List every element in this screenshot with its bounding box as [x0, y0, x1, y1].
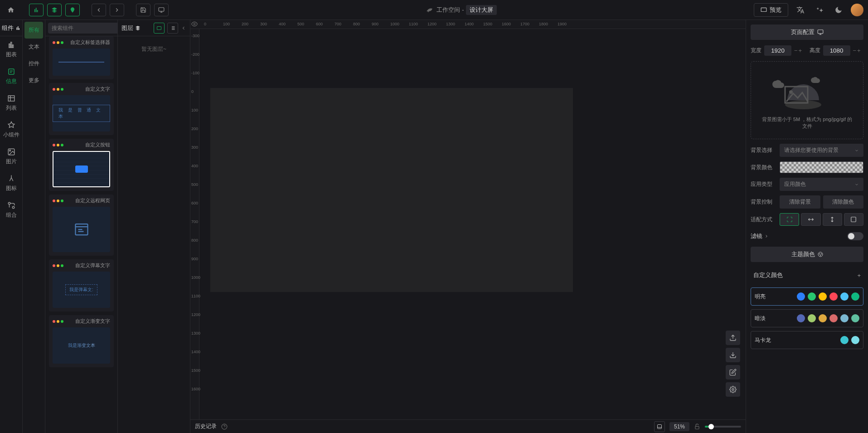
- filter-toggle[interactable]: [847, 232, 863, 240]
- layers-icon[interactable]: [47, 4, 62, 16]
- search-input[interactable]: [48, 23, 118, 34]
- palette-bright[interactable]: 明亮: [751, 287, 863, 306]
- nav-chart[interactable]: 图表: [0, 36, 22, 63]
- theme-header: 主题颜色: [751, 247, 863, 262]
- fit-auto[interactable]: [780, 213, 799, 226]
- palette-macaron[interactable]: 马卡龙: [751, 331, 863, 349]
- nav-icon[interactable]: 图标: [0, 170, 22, 197]
- cat-more[interactable]: 更多: [23, 72, 45, 89]
- chevron-down-icon: [854, 148, 859, 153]
- svg-rect-21: [818, 30, 823, 34]
- width-inc[interactable]: +: [799, 47, 802, 54]
- component-card[interactable]: 自定义标签选择器: [49, 36, 114, 79]
- bg-select[interactable]: 请选择您要使用的背景: [780, 144, 863, 157]
- height-label: 高度: [810, 47, 820, 54]
- bg-upload[interactable]: 背景图需小于 5M ，格式为 png/jpg/gif 的文件: [751, 61, 863, 139]
- nav-info[interactable]: 信息: [0, 63, 22, 90]
- page-config-header: 页面配置: [751, 24, 863, 40]
- display-icon[interactable]: [154, 4, 169, 16]
- home-icon[interactable]: [5, 4, 17, 16]
- fit-height[interactable]: [823, 213, 842, 226]
- cat-all[interactable]: 所有: [24, 22, 43, 39]
- layers-title: 图层: [121, 24, 151, 32]
- back-icon[interactable]: [92, 4, 106, 16]
- moon-icon[interactable]: [832, 3, 845, 17]
- svg-rect-0: [159, 7, 164, 11]
- svg-point-6: [8, 202, 10, 204]
- chart-icon[interactable]: [29, 4, 44, 16]
- fit-width[interactable]: [801, 213, 820, 226]
- nav-image[interactable]: 图片: [0, 143, 22, 170]
- width-input[interactable]: [764, 45, 791, 56]
- filter-label[interactable]: 滤镜: [751, 232, 769, 240]
- component-card[interactable]: 自定义文字 我 是 普 通 文 本: [49, 83, 114, 135]
- layer-view-thumb-icon[interactable]: [154, 23, 165, 34]
- cat-text[interactable]: 文本: [23, 39, 45, 55]
- svg-rect-25: [851, 217, 856, 222]
- palette-dim[interactable]: 暗淡: [751, 309, 863, 327]
- layer-view-list-icon[interactable]: [167, 23, 178, 34]
- forward-icon[interactable]: [110, 4, 124, 16]
- cat-control[interactable]: 控件: [23, 55, 45, 72]
- component-card[interactable]: 自定义渐变文字 我是渐变文本: [49, 315, 114, 367]
- canvas[interactable]: [210, 88, 573, 292]
- save-icon[interactable]: [136, 4, 150, 16]
- zoom-slider[interactable]: [705, 426, 741, 428]
- svg-rect-15: [157, 26, 161, 29]
- chevron-right-icon: [764, 234, 769, 238]
- bg-color-label: 背景颜色: [751, 164, 776, 171]
- svg-point-5: [9, 150, 10, 151]
- clear-bg-button[interactable]: 清除背景: [780, 195, 820, 209]
- avatar[interactable]: [851, 4, 863, 16]
- width-dec[interactable]: −: [794, 47, 798, 54]
- svg-rect-19: [657, 424, 661, 428]
- component-card[interactable]: 自定义远程网页: [49, 195, 114, 256]
- footer-panel-icon[interactable]: [654, 421, 665, 432]
- breadcrumb: 工作空间 - 设计大屏: [436, 5, 496, 15]
- height-inc[interactable]: +: [857, 47, 861, 54]
- svg-rect-20: [695, 426, 699, 429]
- breadcrumb-current: 设计大屏: [466, 5, 497, 15]
- detail-icon[interactable]: [65, 4, 80, 16]
- export-icon[interactable]: [726, 331, 740, 345]
- svg-rect-3: [8, 96, 15, 101]
- svg-point-17: [732, 389, 734, 390]
- help-icon[interactable]: [221, 423, 228, 430]
- custom-color-label: 自定义颜色: [753, 271, 783, 279]
- bg-select-label: 背景选择: [751, 146, 776, 154]
- settings-icon[interactable]: [726, 382, 740, 397]
- chevron-down-icon: [854, 182, 859, 187]
- zoom-value[interactable]: 51%: [669, 422, 689, 431]
- nav-widget[interactable]: 小组件: [0, 117, 22, 143]
- edit-icon[interactable]: [726, 365, 740, 379]
- height-input[interactable]: [823, 45, 850, 56]
- svg-rect-2: [9, 69, 14, 74]
- svg-point-26: [818, 252, 823, 257]
- clear-color-button[interactable]: 清除颜色: [823, 195, 864, 209]
- lock-icon[interactable]: [694, 423, 700, 430]
- component-card[interactable]: 自定义按钮: [49, 139, 114, 191]
- language-icon[interactable]: [794, 3, 807, 17]
- preview-button[interactable]: 预览: [754, 3, 788, 17]
- fish-icon: [426, 6, 434, 14]
- fit-label: 适配方式: [751, 216, 776, 224]
- eye-icon[interactable]: [191, 21, 198, 27]
- height-dec[interactable]: −: [853, 47, 857, 54]
- magic-icon[interactable]: [813, 3, 826, 17]
- ruler-horizontal: 0100200300400500600700800900100011001200…: [190, 20, 746, 29]
- bg-color-picker[interactable]: [780, 161, 863, 173]
- collapse-layers-icon[interactable]: [181, 25, 186, 31]
- svg-point-22: [785, 100, 821, 109]
- fit-full[interactable]: [844, 213, 863, 226]
- add-color-icon[interactable]: +: [857, 272, 861, 279]
- nav-list[interactable]: 列表: [0, 90, 22, 117]
- history-label[interactable]: 历史记录: [195, 423, 217, 430]
- svg-point-29: [820, 255, 821, 256]
- nav-group[interactable]: 组合: [0, 197, 22, 224]
- sidebar-title: 组件: [0, 20, 22, 36]
- component-card[interactable]: 自定义弹幕文字 我是弹幕文:: [49, 259, 114, 311]
- width-label: 宽度: [751, 47, 761, 54]
- import-icon[interactable]: [726, 348, 740, 362]
- app-type-select[interactable]: 应用颜色: [780, 178, 863, 191]
- svg-point-16: [194, 23, 195, 25]
